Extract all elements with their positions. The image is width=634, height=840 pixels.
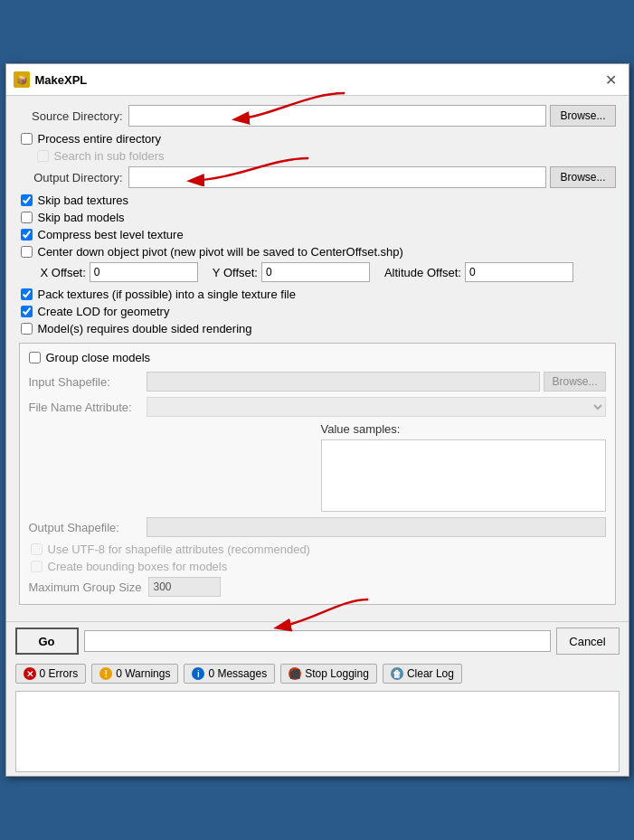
double-sided-label: Model(s) requires double sided rendering (38, 322, 252, 335)
double-sided-row: Model(s) requires double sided rendering (19, 322, 616, 335)
y-offset-label: Y Offset: (213, 266, 258, 279)
source-browse-button[interactable]: Browse... (550, 105, 615, 127)
max-group-size-label: Maximum Group Size (29, 580, 142, 594)
process-entire-directory-checkbox[interactable] (21, 133, 33, 145)
group-close-models-checkbox[interactable] (29, 352, 41, 363)
output-directory-label: Output Directory: (19, 171, 123, 184)
pack-textures-checkbox[interactable] (21, 288, 33, 300)
input-shapefile-browse[interactable]: Browse... (544, 372, 605, 392)
messages-button[interactable]: i 0 Messages (184, 664, 275, 684)
output-directory-row: Output Directory: Browse... (19, 166, 616, 188)
create-lod-row: Create LOD for geometry (19, 305, 616, 318)
offset-row: X Offset: Y Offset: Altitude Offset: (19, 262, 616, 282)
log-area (15, 691, 620, 772)
value-samples-section: Value samples: (321, 422, 606, 512)
pack-textures-row: Pack textures (if possible) into a singl… (19, 288, 616, 301)
use-utf8-label: Use UTF-8 for shapefile attributes (reco… (48, 543, 310, 556)
y-offset-input[interactable] (261, 262, 370, 282)
max-group-size-row: Maximum Group Size (29, 577, 606, 597)
messages-label: 0 Messages (208, 667, 267, 680)
max-group-size-input[interactable] (148, 577, 221, 597)
output-shapefile-row: Output Shapefile: (29, 517, 606, 537)
create-bounding-boxes-row: Create bounding boxes for models (29, 560, 606, 573)
file-name-attribute-label: File Name Attribute: (29, 401, 147, 414)
group-close-models-row: Group close models (29, 351, 606, 364)
skip-bad-models-checkbox[interactable] (21, 212, 33, 223)
x-offset-label: X Offset: (41, 266, 86, 279)
source-directory-row: Source Directory: Browse... (19, 105, 616, 127)
action-bar: Go Cancel (6, 621, 629, 660)
search-sub-folders-row: Search in sub folders (19, 149, 616, 163)
center-down-pivot-row: Center down object pivot (new pivot will… (19, 245, 616, 259)
center-down-pivot-label: Center down object pivot (new pivot will… (38, 245, 403, 259)
create-lod-label: Create LOD for geometry (38, 305, 170, 318)
close-button[interactable]: ✕ (601, 70, 621, 90)
warnings-icon: ! (99, 667, 112, 680)
use-utf8-row: Use UTF-8 for shapefile attributes (reco… (29, 543, 606, 556)
compress-best-level-label: Compress best level texture (38, 228, 184, 241)
window-title: MakeXPL (35, 73, 88, 87)
input-shapefile-label: Input Shapefile: (29, 375, 147, 389)
app-icon: 📦 (14, 71, 30, 88)
skip-bad-textures-checkbox[interactable] (21, 194, 33, 206)
clear-log-icon: 🗑 (391, 667, 403, 680)
stop-logging-button[interactable]: ⬛ Stop Logging (280, 664, 377, 684)
errors-button[interactable]: ✕ 0 Errors (15, 664, 87, 684)
compress-best-level-checkbox[interactable] (21, 229, 33, 241)
title-bar-left: 📦 MakeXPL (14, 71, 88, 88)
errors-label: 0 Errors (40, 667, 79, 680)
input-shapefile-input[interactable] (147, 372, 541, 392)
stop-logging-icon: ⬛ (289, 667, 301, 680)
file-name-attribute-dropdown[interactable] (147, 397, 606, 417)
group-models-box: Group close models Input Shapefile: Brow… (19, 343, 616, 605)
group-close-models-label: Group close models (46, 351, 151, 364)
compress-best-level-row: Compress best level texture (19, 228, 616, 241)
search-sub-folders-label: Search in sub folders (54, 149, 165, 163)
altitude-offset-label: Altitude Offset: (384, 266, 461, 279)
search-sub-folders-checkbox[interactable] (37, 150, 49, 162)
main-window: 📦 MakeXPL ✕ Source Directory: Browse... … (5, 63, 629, 777)
process-entire-directory-label: Process entire directory (38, 132, 162, 146)
warnings-button[interactable]: ! 0 Warnings (91, 664, 178, 684)
output-shapefile-label: Output Shapefile: (29, 521, 147, 534)
title-bar: 📦 MakeXPL ✕ (6, 64, 629, 96)
go-button[interactable]: Go (15, 628, 79, 655)
source-directory-input[interactable] (128, 105, 547, 127)
value-samples-row: Value samples: (29, 422, 606, 512)
messages-icon: i (192, 667, 204, 680)
output-directory-input[interactable] (128, 166, 547, 188)
warnings-label: 0 Warnings (116, 667, 170, 680)
clear-log-label: Clear Log (407, 667, 454, 680)
errors-icon: ✕ (24, 667, 36, 680)
value-samples-label: Value samples: (321, 422, 606, 436)
create-bounding-boxes-checkbox[interactable] (31, 561, 43, 572)
create-bounding-boxes-label: Create bounding boxes for models (48, 560, 228, 573)
output-browse-button[interactable]: Browse... (550, 166, 615, 188)
progress-bar (84, 630, 551, 652)
double-sided-checkbox[interactable] (21, 323, 33, 335)
value-left-spacer (29, 422, 314, 512)
skip-bad-models-label: Skip bad models (38, 211, 125, 224)
process-entire-directory-row: Process entire directory (19, 132, 616, 146)
clear-log-button[interactable]: 🗑 Clear Log (383, 664, 462, 684)
cancel-button[interactable]: Cancel (556, 628, 620, 655)
stop-logging-label: Stop Logging (305, 667, 369, 680)
altitude-offset-input[interactable] (465, 262, 573, 282)
log-buttons-bar: ✕ 0 Errors ! 0 Warnings i 0 Messages ⬛ S… (6, 660, 629, 687)
pack-textures-label: Pack textures (if possible) into a singl… (38, 288, 296, 301)
center-down-pivot-checkbox[interactable] (21, 246, 33, 258)
file-name-attribute-row: File Name Attribute: (29, 397, 606, 417)
source-directory-label: Source Directory: (19, 109, 123, 123)
skip-bad-models-row: Skip bad models (19, 211, 616, 224)
use-utf8-checkbox[interactable] (31, 543, 43, 555)
main-content: Source Directory: Browse... Process enti… (6, 96, 629, 621)
skip-bad-textures-row: Skip bad textures (19, 193, 616, 207)
x-offset-input[interactable] (90, 262, 198, 282)
output-shapefile-input[interactable] (147, 517, 606, 537)
input-shapefile-row: Input Shapefile: Browse... (29, 372, 606, 392)
value-samples-area (321, 439, 606, 512)
skip-bad-textures-label: Skip bad textures (38, 193, 128, 207)
create-lod-checkbox[interactable] (21, 306, 33, 317)
